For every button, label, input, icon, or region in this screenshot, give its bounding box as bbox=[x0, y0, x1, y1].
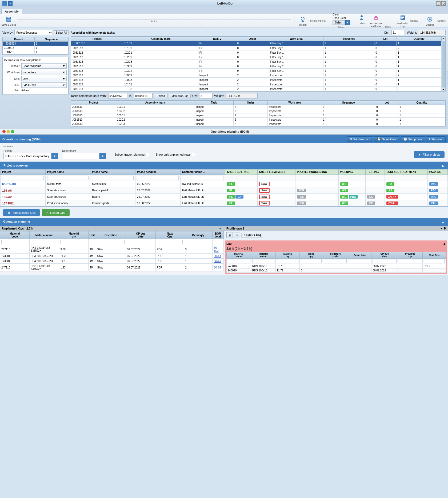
view-by-select[interactable]: Project/Sequence bbox=[14, 30, 53, 35]
lth-name[interactable]: Materialname bbox=[251, 252, 275, 259]
u-filter-code[interactable] bbox=[1, 240, 28, 244]
assembly-row[interactable]: J081513 100C2 Inspect 2 Inspectors 1 0 2 bbox=[71, 73, 442, 78]
u-filter-next[interactable] bbox=[157, 240, 183, 244]
l-filter-setup[interactable] bbox=[349, 259, 370, 263]
collapse-op-planning-btn[interactable]: ▲ bbox=[441, 220, 445, 224]
setup-time-button[interactable]: 🕐 Setup time bbox=[401, 136, 425, 142]
bom-link[interactable]: 50-69 bbox=[214, 266, 221, 269]
pth-name[interactable]: Project name bbox=[45, 169, 90, 175]
uth-next[interactable]: NextOps bbox=[156, 231, 184, 239]
from-date-input[interactable] bbox=[108, 93, 127, 98]
select-btn[interactable]: Select bbox=[333, 20, 345, 25]
completed-qty-input[interactable] bbox=[199, 93, 213, 98]
production-log-button[interactable]: ProductionLog bbox=[397, 13, 408, 28]
th-order[interactable]: Order bbox=[236, 37, 269, 41]
unplanned-row[interactable]: 247110 RHS 140x140x8 S355J2H 3.39 JM SAW… bbox=[0, 245, 224, 254]
l-filter-prev[interactable] bbox=[399, 259, 421, 263]
pth-packing[interactable]: PACKING bbox=[427, 169, 447, 175]
lth-next[interactable]: Next Ops bbox=[423, 252, 446, 259]
options-button[interactable]: Options bbox=[425, 15, 435, 27]
completed-task-row[interactable]: J081513 102C3 Inspect 2 Inspectors 1 0 1 bbox=[71, 122, 445, 126]
l-filter-code[interactable] bbox=[228, 259, 250, 263]
department-select[interactable] bbox=[62, 153, 99, 159]
lth-done-qty[interactable]: Doneqty bbox=[300, 252, 323, 259]
project-row[interactable]: 167-PH2 Production facility Columns part… bbox=[1, 200, 448, 207]
project-list-row[interactable]: ▶J0815131 bbox=[3, 42, 68, 46]
lth-struct[interactable]: Structurecode bbox=[323, 252, 348, 259]
filter-deadline[interactable] bbox=[137, 176, 179, 180]
reports-tab[interactable]: Reports bbox=[447, 71, 448, 85]
uth-qty[interactable]: Materialqty bbox=[59, 231, 89, 239]
labor-button[interactable]: Labor bbox=[356, 13, 367, 28]
workarea-dropdown[interactable]: Inspectors ▼ bbox=[21, 70, 67, 75]
view-prod-log-button[interactable]: View prod. log bbox=[169, 94, 191, 98]
unplanned-row[interactable]: 173601 HEA 200 S355J2H 11.1 JM SAW 06.07… bbox=[0, 259, 224, 264]
pth-sheet-treatment[interactable]: SHEET TREATMENT bbox=[257, 169, 295, 175]
assemblies-scrollbar[interactable]: ▲ ▼ bbox=[442, 37, 445, 91]
project-list-row[interactable]: J1107131 bbox=[3, 50, 68, 54]
select-all-button[interactable]: Select All bbox=[54, 30, 69, 35]
th-area[interactable]: Work area bbox=[269, 37, 323, 41]
lag-row[interactable]: 246010 RHS 100x10 8.87 0 06.07.2022 PNO bbox=[227, 264, 446, 268]
u-filter-name[interactable] bbox=[31, 240, 58, 244]
save-close-button[interactable]: Save & Close bbox=[2, 15, 15, 27]
worker-dropdown[interactable]: Brian Williams ▼ bbox=[21, 63, 67, 69]
l-filter-mat-qty[interactable] bbox=[277, 259, 299, 263]
collapse-overview-btn[interactable]: ▲ bbox=[441, 163, 445, 168]
lth-setup[interactable]: Setup time bbox=[348, 252, 371, 259]
lth-code[interactable]: Materialcode bbox=[227, 252, 251, 259]
clear-button[interactable]: Clear bbox=[333, 13, 350, 16]
assembly-row[interactable]: J081513 102C1 Fit 0 Fitter Bay 1 1 0 1 bbox=[71, 50, 442, 55]
lth-due[interactable]: OP duedate bbox=[371, 252, 398, 259]
uth-code[interactable]: Materialcode bbox=[0, 231, 30, 239]
uth-name[interactable]: Material name bbox=[29, 231, 59, 239]
assembly-row[interactable]: J081513 103C2 Fit 0 Fitter Bay 1 1 0 1 bbox=[71, 69, 442, 73]
department-dropdown-btn[interactable]: ▼ bbox=[99, 153, 106, 159]
weight-input[interactable] bbox=[419, 30, 446, 35]
assembly-row[interactable]: J081513 102C3 Fit 0 Fitter Bay 1 1 0 1 bbox=[71, 60, 442, 64]
completed-task-row[interactable]: J081513 103C2 Inspect 2 Inspectors 1 0 1 bbox=[71, 109, 445, 113]
pth-phase[interactable]: Phase name bbox=[90, 169, 135, 175]
pth-sheet-cutting[interactable]: SHEET CUTTING bbox=[225, 169, 257, 175]
pth-project[interactable]: Project bbox=[1, 169, 46, 175]
assembly-row[interactable]: J081513 101C2 Inspect 2 Inspectors 1 0 2 bbox=[71, 87, 442, 91]
completed-task-row[interactable]: J081513 102C2 Inspect 2 Inspectors 1 0 1 bbox=[71, 118, 445, 122]
comp-th-lot[interactable]: Lot bbox=[375, 101, 398, 105]
factory-select[interactable]: DARESBURY - Daresbury factory bbox=[3, 153, 51, 159]
shift-dropdown[interactable]: Day ▼ bbox=[21, 76, 67, 81]
minimize-btn[interactable]: _ bbox=[436, 1, 441, 6]
report-ops-button[interactable]: ✓ Report Ops bbox=[42, 209, 69, 216]
select-dropdown[interactable]: Select ▼ bbox=[333, 20, 350, 25]
bom-link[interactable]: 50-162 bbox=[214, 246, 218, 252]
th-lot[interactable]: Lot bbox=[374, 37, 397, 41]
prev-saw-btn[interactable]: ◄ bbox=[440, 227, 443, 230]
uth-due[interactable]: OP duedate bbox=[126, 231, 156, 239]
th-seq[interactable]: Sequence bbox=[323, 37, 374, 41]
pth-surface-treatment[interactable]: SURFACE TREATMENT bbox=[385, 169, 427, 175]
pth-profile-processing[interactable]: PROFILE PROCESSING bbox=[295, 169, 338, 175]
th-project[interactable]: Project bbox=[71, 37, 123, 41]
l-filter-due[interactable] bbox=[373, 259, 396, 263]
factory-dropdown-btn[interactable]: ▼ bbox=[51, 153, 58, 159]
filter-customer[interactable] bbox=[182, 176, 224, 180]
lag-collapse-btn[interactable]: ▲ bbox=[443, 242, 446, 245]
unplanned-row[interactable]: 173601 HEA 200 S355J2H 11.25 JM SAW 06.0… bbox=[0, 254, 224, 259]
weight-button[interactable]: Weight bbox=[297, 15, 308, 27]
assembly-row[interactable]: ▶J081513 101C1 Fit 0 Fitter Bay 1 1 0 1 bbox=[71, 41, 442, 46]
assembly-row[interactable]: J081513 101C2 Fit 0 Fitter Bay 1 1 0 2 bbox=[71, 46, 442, 50]
bom-link[interactable]: 50-44 bbox=[214, 254, 221, 258]
completed-task-row[interactable]: J081513 102C1 Inspect 2 Inspectors 1 0 1 bbox=[71, 113, 445, 118]
assembly-row[interactable]: J081513 103C1 Fit 0 Fitter Bay 1 1 0 1 bbox=[71, 64, 442, 69]
l-filter-done-qty[interactable] bbox=[301, 259, 322, 263]
date-dropdown[interactable]: 04/Dec/13 ▼ bbox=[21, 82, 67, 88]
scroll-thumb[interactable] bbox=[442, 41, 445, 87]
unplanned-checkbox[interactable] bbox=[192, 153, 195, 156]
uth-unit[interactable]: Unit bbox=[88, 231, 96, 239]
expand-btn[interactable]: ▼ bbox=[234, 232, 240, 238]
unplanned-collapse-btn[interactable]: ◄ bbox=[219, 227, 222, 230]
uth-op[interactable]: Operation bbox=[96, 231, 126, 239]
subcontractor-checkbox[interactable] bbox=[146, 153, 149, 156]
l-filter-next[interactable] bbox=[424, 259, 445, 263]
project-row[interactable]: 60-ST+HH Metal Stairs. Metal stairs 06.0… bbox=[1, 181, 448, 187]
assembly-tab[interactable]: Assembly bbox=[1, 9, 22, 14]
